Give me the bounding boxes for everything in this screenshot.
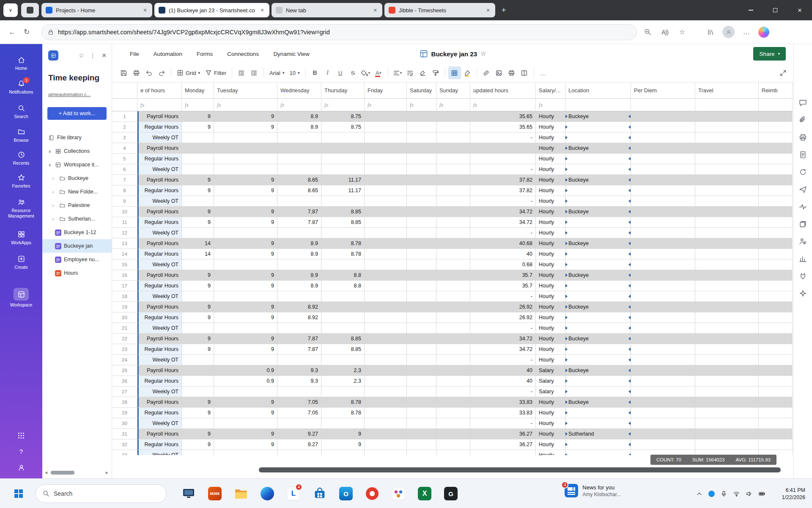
- cell-pd[interactable]: [631, 111, 695, 122]
- cell-f[interactable]: [365, 164, 407, 175]
- cell-th[interactable]: 9: [321, 439, 365, 450]
- cell-u[interactable]: 35.7: [470, 270, 536, 281]
- cell-s[interactable]: Hourly: [536, 334, 565, 344]
- cell-tv[interactable]: [695, 238, 759, 249]
- cell-u[interactable]: 36.27: [470, 439, 536, 450]
- cell-f[interactable]: [365, 397, 407, 408]
- cell-m[interactable]: 9: [182, 408, 214, 418]
- cell-rb[interactable]: [759, 376, 793, 387]
- grid-lines-toggle[interactable]: [448, 66, 461, 79]
- cell-tv[interactable]: [695, 323, 759, 334]
- cell-rb[interactable]: [759, 238, 793, 249]
- cell-sa[interactable]: [407, 228, 436, 238]
- cell-t[interactable]: Payroll Hours: [137, 397, 182, 408]
- cell-f[interactable]: [365, 323, 407, 334]
- cell-su[interactable]: [436, 249, 470, 260]
- cell-th[interactable]: 8.75: [321, 111, 365, 122]
- cell-t[interactable]: Weekly OT: [137, 228, 182, 238]
- column-header[interactable]: Monday: [182, 83, 214, 99]
- cell-f[interactable]: [365, 302, 407, 312]
- cell-w[interactable]: 7.05: [277, 397, 321, 408]
- cell-w[interactable]: 8.9: [277, 122, 321, 133]
- cell-f[interactable]: [365, 238, 407, 249]
- tab-buckeye-jan-23[interactable]: (1) Buckeye jan 23 - Smartsheet.com ✕: [154, 3, 269, 17]
- cell-f[interactable]: [365, 281, 407, 291]
- row-number[interactable]: 20: [112, 312, 137, 323]
- cell-tu[interactable]: 9: [214, 344, 277, 355]
- chevron-right-icon[interactable]: ›: [52, 190, 57, 194]
- expand-toolbar-button[interactable]: [776, 66, 789, 79]
- cell-rb[interactable]: [759, 281, 793, 291]
- cell-pd[interactable]: [631, 291, 695, 302]
- cell-su[interactable]: [436, 238, 470, 249]
- cell-sa[interactable]: [407, 260, 436, 270]
- row-number[interactable]: 3: [112, 133, 137, 143]
- row-number[interactable]: 27: [112, 387, 137, 397]
- cell-w[interactable]: 8.9: [277, 238, 321, 249]
- cell-tv[interactable]: [695, 291, 759, 302]
- cell-rb[interactable]: [759, 418, 793, 429]
- taskbar-l-app-icon[interactable]: L 4: [284, 484, 303, 503]
- cell-sa[interactable]: [407, 281, 436, 291]
- cell-s[interactable]: Hourly: [536, 175, 565, 185]
- taskbar-red-app-icon[interactable]: [363, 484, 381, 503]
- cell-f[interactable]: [365, 175, 407, 185]
- taskbar-monitor-app-icon[interactable]: [179, 484, 198, 503]
- cell-tu[interactable]: 9: [214, 270, 277, 281]
- cell-l[interactable]: [565, 260, 631, 270]
- cell-f[interactable]: [365, 143, 407, 154]
- chevron-right-icon[interactable]: ›: [52, 203, 57, 208]
- cell-m[interactable]: [182, 387, 214, 397]
- cell-w[interactable]: [277, 450, 321, 455]
- cell-su[interactable]: [436, 397, 470, 408]
- taskbar-people-app-icon[interactable]: [389, 484, 408, 503]
- row-number[interactable]: 17: [112, 281, 137, 291]
- collections-icon[interactable]: [705, 27, 716, 38]
- cell-f[interactable]: [365, 249, 407, 260]
- save-button[interactable]: [117, 66, 130, 79]
- cell-m[interactable]: [182, 291, 214, 302]
- cell-m[interactable]: 14: [182, 238, 214, 249]
- cell-m[interactable]: [182, 376, 214, 387]
- cell-u[interactable]: 37.82: [470, 175, 536, 185]
- cell-pd[interactable]: [631, 207, 695, 217]
- cell-pd[interactable]: [631, 228, 695, 238]
- cell-f[interactable]: [365, 408, 407, 418]
- cell-th[interactable]: 8.78: [321, 249, 365, 260]
- cell-sa[interactable]: [407, 450, 436, 455]
- cell-f[interactable]: [365, 207, 407, 217]
- cell-su[interactable]: [436, 365, 470, 376]
- cell-tu[interactable]: [214, 143, 277, 154]
- row-number[interactable]: 12: [112, 228, 137, 238]
- cell-s[interactable]: Hourly: [536, 228, 565, 238]
- cell-s[interactable]: Salary: [536, 376, 565, 387]
- cell-s[interactable]: Hourly: [536, 111, 565, 122]
- cell-rb[interactable]: [759, 270, 793, 281]
- sidebar-item-resource-management[interactable]: Resource Management: [0, 198, 42, 218]
- column-header[interactable]: Per Diem: [631, 83, 695, 99]
- sidebar-item-collections[interactable]: ∨ Collections: [42, 144, 112, 158]
- document-icon[interactable]: [798, 150, 807, 159]
- cell-l[interactable]: [565, 291, 631, 302]
- cell-t[interactable]: Payroll Hours: [137, 429, 182, 439]
- cell-th[interactable]: 8.78: [321, 238, 365, 249]
- cell-m[interactable]: [182, 133, 214, 143]
- scrollbar-thumb[interactable]: [51, 471, 74, 475]
- menu-forms[interactable]: Forms: [197, 51, 213, 57]
- cell-pd[interactable]: [631, 334, 695, 344]
- font-family-selector[interactable]: Arial ▾: [267, 66, 287, 79]
- cell-l[interactable]: [565, 196, 631, 207]
- sidebar-item-workspace[interactable]: Workspace: [0, 288, 42, 308]
- maximize-button[interactable]: [763, 0, 787, 20]
- cell-u[interactable]: 34.72: [470, 334, 536, 344]
- cell-pd[interactable]: [631, 302, 695, 312]
- cell-m[interactable]: 9: [182, 397, 214, 408]
- redo-button[interactable]: [155, 66, 168, 79]
- row-number[interactable]: 23: [112, 344, 137, 355]
- cell-pd[interactable]: [631, 196, 695, 207]
- cell-th[interactable]: [321, 228, 365, 238]
- print-sheet-button[interactable]: [505, 66, 518, 79]
- cell-f[interactable]: [365, 122, 407, 133]
- cell-tu[interactable]: [214, 450, 277, 455]
- sidebar-item-sheet-buckeye-jan[interactable]: Buckeye jan: [42, 239, 112, 253]
